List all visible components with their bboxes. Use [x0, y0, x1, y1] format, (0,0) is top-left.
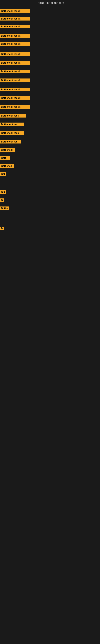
bottleneck-bar[interactable]: Bottleneck resu: [0, 114, 26, 118]
bottleneck-bar[interactable]: Bottlenec: [0, 164, 14, 168]
bottleneck-bar[interactable]: Bottleneck result: [0, 9, 30, 13]
bottleneck-bar[interactable]: Bottl: [0, 156, 10, 160]
bottleneck-bar[interactable]: Bottleneck res: [0, 122, 24, 126]
bottleneck-bar[interactable]: Bo: [0, 226, 4, 230]
bottleneck-bar[interactable]: Bottleneck res: [0, 140, 21, 144]
bottleneck-bar[interactable]: Bottleneck result: [0, 52, 30, 56]
bottleneck-bar[interactable]: Bottleneck result: [0, 17, 30, 20]
bottleneck-bar[interactable]: Bottleneck resu: [0, 131, 24, 135]
bottleneck-bar[interactable]: Bottleneck result: [0, 70, 30, 73]
bottleneck-bar[interactable]: Bottleneck result: [0, 96, 30, 100]
bottleneck-bar[interactable]: Bottleneck result: [0, 25, 30, 28]
cursor-line: [0, 573, 0, 576]
bottleneck-bar[interactable]: Bot: [0, 190, 6, 194]
cursor-line: [0, 182, 0, 186]
bottleneck-bar[interactable]: Bottleneck result: [0, 42, 30, 46]
site-title: TheBottlenecker.com: [0, 0, 100, 5]
cursor-line: [0, 565, 0, 568]
cursor-line: [0, 218, 0, 222]
bottleneck-bar[interactable]: Bottleneck result: [0, 34, 30, 38]
bottleneck-bar[interactable]: Bottleneck result: [0, 61, 30, 64]
bottleneck-bar[interactable]: Bottle: [0, 206, 9, 210]
bottleneck-bar[interactable]: Bottleneck result: [0, 105, 30, 109]
bottleneck-bar[interactable]: Bottleneck: [0, 148, 15, 152]
bottleneck-bar[interactable]: Bottleneck result: [0, 88, 30, 91]
bottleneck-bar[interactable]: B: [0, 198, 4, 202]
bottleneck-bar[interactable]: Bot: [0, 172, 6, 176]
bottleneck-bar[interactable]: Bottleneck result: [0, 78, 30, 82]
